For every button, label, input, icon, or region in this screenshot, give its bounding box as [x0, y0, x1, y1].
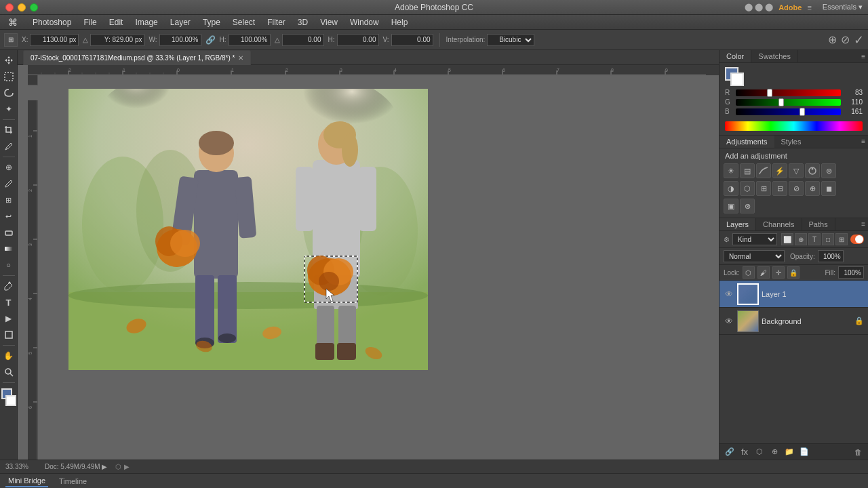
- r-slider[interactable]: [736, 89, 841, 96]
- rectangular-marquee-tool[interactable]: [1, 69, 16, 84]
- crop-tool[interactable]: [1, 123, 16, 138]
- color-panel-menu-icon[interactable]: ≡: [861, 53, 865, 60]
- filter-adjust-btn[interactable]: ⊕: [795, 233, 807, 245]
- color-lookup-btn[interactable]: ⊟: [772, 181, 787, 196]
- angle-input[interactable]: [90, 34, 144, 46]
- new-adjustment-layer-btn[interactable]: ⊕: [768, 446, 781, 458]
- lock-transparent-btn[interactable]: ⬡: [743, 266, 755, 279]
- g-slider[interactable]: [736, 99, 841, 106]
- selective-color-btn[interactable]: ⊗: [740, 199, 755, 214]
- fill-input[interactable]: [838, 266, 864, 279]
- spot-heal-tool[interactable]: ⊕: [1, 160, 16, 175]
- tab-adjustments[interactable]: Adjustments: [719, 136, 774, 148]
- apple-menu[interactable]: ⌘: [3, 16, 23, 29]
- menu-edit[interactable]: Edit: [104, 16, 129, 28]
- type-tool[interactable]: T: [1, 295, 16, 310]
- black-white-btn[interactable]: ◑: [724, 181, 738, 196]
- tab-close-btn[interactable]: ✕: [238, 54, 243, 62]
- new-group-btn[interactable]: 📁: [783, 446, 795, 458]
- chain-link-icon[interactable]: 🔗: [205, 35, 216, 45]
- layer-filter-select[interactable]: Kind Name Effect Mode Attribute Color: [732, 233, 777, 245]
- status-icon-2[interactable]: ▶: [124, 463, 130, 470]
- photo-filter-btn[interactable]: ⬡: [740, 181, 755, 196]
- menu-photoshop[interactable]: Photoshop: [27, 16, 77, 28]
- lock-image-btn[interactable]: 🖌: [757, 266, 770, 279]
- hue-sat-btn[interactable]: [805, 163, 820, 178]
- close-button[interactable]: [5, 3, 14, 12]
- magic-wand-tool[interactable]: ✦: [1, 102, 16, 117]
- zoom-tool[interactable]: [1, 365, 16, 380]
- x-input[interactable]: [30, 34, 79, 46]
- filter-shape-btn[interactable]: □: [822, 233, 834, 245]
- history-brush-tool[interactable]: ↩: [1, 209, 16, 224]
- menu-layer[interactable]: Layer: [165, 16, 196, 28]
- move-tool[interactable]: [1, 53, 16, 68]
- opacity-input[interactable]: [818, 250, 844, 262]
- g-thumb[interactable]: [778, 98, 784, 106]
- angle2-input[interactable]: [282, 34, 324, 46]
- blend-mode-select[interactable]: Normal Dissolve Multiply Screen Overlay: [724, 250, 785, 262]
- menu-view[interactable]: View: [315, 16, 343, 28]
- layer1-visibility-btn[interactable]: 👁: [724, 289, 734, 300]
- tab-styles[interactable]: Styles: [774, 136, 808, 148]
- menu-type[interactable]: Type: [197, 16, 226, 28]
- h2-input[interactable]: [337, 34, 379, 46]
- filter-toggle[interactable]: [850, 235, 864, 244]
- foreground-background-colors[interactable]: [725, 67, 744, 86]
- tab-mini-bridge[interactable]: Mini Bridge: [5, 475, 48, 487]
- menu-image[interactable]: Image: [130, 16, 163, 28]
- shape-tool[interactable]: [1, 327, 16, 342]
- background-color[interactable]: [5, 395, 16, 406]
- vibrance-btn[interactable]: ▽: [789, 163, 804, 178]
- path-selection-tool[interactable]: ▶: [1, 311, 16, 326]
- commit-transform-icon[interactable]: ✓: [854, 33, 864, 47]
- b-slider[interactable]: [736, 108, 841, 115]
- layer-item-background[interactable]: 👁 Background 🔒: [719, 308, 868, 335]
- clone-stamp-tool[interactable]: ⊞: [1, 192, 16, 207]
- exposure-btn[interactable]: ⚡: [772, 163, 787, 178]
- filter-type-btn[interactable]: T: [808, 233, 821, 245]
- tab-color[interactable]: Color: [719, 50, 751, 62]
- v-input[interactable]: [391, 34, 433, 46]
- levels-btn[interactable]: ▤: [740, 163, 755, 178]
- lock-position-btn[interactable]: ✛: [772, 266, 785, 279]
- color-spectrum-bar[interactable]: [725, 121, 863, 131]
- tab-layers[interactable]: Layers: [719, 218, 756, 230]
- cancel-transform-icon[interactable]: ⊘: [841, 33, 850, 46]
- hand-tool[interactable]: ✋: [1, 348, 16, 363]
- menu-3d[interactable]: 3D: [292, 16, 313, 28]
- background-color-swatch[interactable]: [730, 73, 744, 86]
- filter-pixel-btn[interactable]: ⬜: [781, 233, 793, 245]
- gradient-map-btn[interactable]: ▣: [724, 199, 738, 214]
- maximize-button[interactable]: [30, 3, 38, 12]
- menu-window[interactable]: Window: [344, 16, 384, 28]
- fg-bg-colors[interactable]: [0, 388, 18, 406]
- brush-tool[interactable]: [1, 176, 16, 191]
- filter-smart-btn[interactable]: ⊞: [835, 233, 848, 245]
- adjustments-menu-icon[interactable]: ≡: [859, 136, 868, 148]
- menu-file[interactable]: File: [78, 16, 102, 28]
- layers-panel-menu-icon[interactable]: ≡: [859, 218, 868, 230]
- gradient-tool[interactable]: [1, 241, 16, 256]
- lasso-tool[interactable]: [1, 85, 16, 100]
- link-layers-btn[interactable]: 🔗: [724, 446, 736, 458]
- delete-layer-btn[interactable]: 🗑: [852, 446, 864, 458]
- status-icon-1[interactable]: ⬡: [115, 463, 121, 470]
- doc-info-arrow[interactable]: ▶: [102, 463, 107, 470]
- document-tab[interactable]: 07-iStock_000017617181Medium.psd @ 33.3%…: [23, 50, 251, 65]
- interpolation-select[interactable]: Bicubic Bilinear Nearest Neighbor: [487, 34, 534, 46]
- add-mask-btn[interactable]: ⬡: [753, 446, 766, 458]
- curves-btn[interactable]: [756, 163, 771, 178]
- essentials-label[interactable]: Essentials ▾: [823, 3, 863, 12]
- canvas-container[interactable]: 1 2 3 4 5 6: [28, 75, 719, 460]
- tab-paths[interactable]: Paths: [802, 218, 835, 230]
- tab-swatches[interactable]: Swatches: [751, 50, 798, 62]
- eyedropper-tool[interactable]: [1, 139, 16, 154]
- eraser-tool[interactable]: [1, 225, 16, 240]
- transform-options-btn[interactable]: ⊞: [4, 33, 18, 47]
- add-style-btn[interactable]: fx: [738, 446, 751, 458]
- color-balance-btn[interactable]: ⊛: [821, 163, 836, 178]
- layer-item-layer1[interactable]: 👁 Layer 1: [719, 281, 868, 308]
- pen-tool[interactable]: [1, 279, 16, 293]
- background-visibility-btn[interactable]: 👁: [724, 316, 734, 327]
